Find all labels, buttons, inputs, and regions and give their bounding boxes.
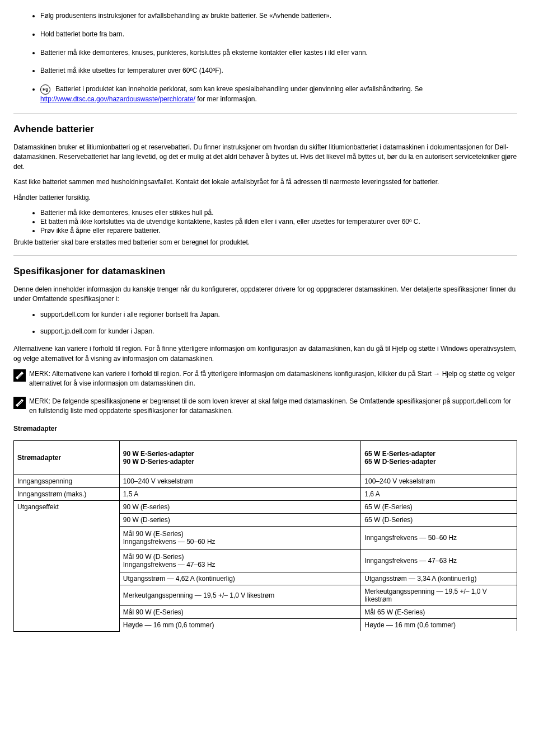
text: 65 W E-Series-adapter xyxy=(364,450,435,458)
text: « xyxy=(269,12,273,20)
link-text: Avhende batterier xyxy=(273,12,326,20)
list-item: Hold batteriet borte fra barn. xyxy=(40,30,517,39)
td: 100–240 V vekselstrøm xyxy=(119,475,361,488)
td: 65 W (E-Series) xyxy=(361,501,517,514)
paragraph: Håndter batterier forsiktig. xyxy=(13,193,517,203)
paragraph: Datamaskinen bruker et litiumionbatteri … xyxy=(13,143,517,172)
table-row: Inngangsstrøm (maks.) 1,5 A 1,6 A xyxy=(14,488,517,501)
text: Prøv ikke å åpne eller reparere batterie… xyxy=(40,227,161,234)
note-icon xyxy=(13,397,26,409)
th: 90 W E-Series-adapter 90 W D-Series-adap… xyxy=(119,441,361,475)
note-text: MERK: Alternativene kan variere i forhol… xyxy=(29,369,517,389)
text: Inngangsfrekvens — 50–60 Hz xyxy=(123,538,216,546)
note-text: MERK: De følgende spesifikasjonene er be… xyxy=(29,397,517,416)
list-item: Et batteri må ikke kortsluttes via de ut… xyxy=(40,217,517,226)
list-item: Hg Batteriet i produktet kan inneholde p… xyxy=(40,84,517,104)
heading-battery-disposal: Avhende batterier xyxy=(13,124,517,135)
perchlorate-link[interactable]: http://www.dtsc.ca.gov/hazardouswaste/pe… xyxy=(40,95,195,103)
paragraph: Denne delen inneholder informasjon du ka… xyxy=(13,285,517,304)
text: Hold batteriet borte fra barn. xyxy=(40,30,124,38)
text: Et batteri må ikke kortsluttes via de ut… xyxy=(40,218,420,226)
td: 90 W (E-series) xyxy=(119,501,361,514)
ac-adapter-table: Strømadapter 90 W E-Series-adapter 90 W … xyxy=(13,440,517,632)
td: Merkeutgangsspenning — 19,5 +/– 1,0 V li… xyxy=(119,585,361,606)
text: support.jp.dell.com for kunder i Japan. xyxy=(40,327,154,335)
text: Følg produsentens instruksjoner for avfa… xyxy=(40,12,269,20)
disposal-sublist: Batterier må ikke demonteres, knuses ell… xyxy=(13,208,517,236)
list-item: Prøv ikke å åpne eller reparere batterie… xyxy=(40,226,517,235)
paragraph: Alternativene kan variere i forhold til … xyxy=(13,344,517,364)
list-item: support.jp.dell.com for kunder i Japan. xyxy=(40,327,517,336)
text: 65 W D-Series-adapter xyxy=(364,458,435,466)
note-icon xyxy=(13,369,26,382)
text: Batteriet må ikke utsettes for temperatu… xyxy=(40,67,223,74)
td: Inngangsfrekvens — 50–60 Hz xyxy=(361,527,517,550)
text: Batterier må ikke demonteres, knuses, pu… xyxy=(40,49,368,57)
divider xyxy=(13,113,517,114)
paragraph: Kast ikke batteriet sammen med husholdni… xyxy=(13,177,517,187)
text: Batteriet i produktet kan inneholde perk… xyxy=(54,85,423,93)
list-item: Batterier må ikke demonteres, knuses, pu… xyxy=(40,48,517,58)
table-header-row: Strømadapter 90 W E-Series-adapter 90 W … xyxy=(14,441,517,475)
text: Strømadapter xyxy=(13,425,57,433)
hg-icon: Hg xyxy=(40,84,50,95)
list-item: support.dell.com for kunder i alle regio… xyxy=(40,310,517,320)
text: Mål 90 W (D-Series) xyxy=(123,553,184,561)
text: Mål 90 W (E-Series) xyxy=(123,530,184,538)
table-row: Inngangsspenning 100–240 V vekselstrøm 1… xyxy=(14,475,517,488)
note-block: MERK: Alternativene kan variere i forhol… xyxy=(13,369,517,389)
table-heading: Strømadapter xyxy=(13,424,517,434)
td: Utgangsstrøm — 4,62 A (kontinuerlig) xyxy=(119,572,361,585)
td: 100–240 V vekselstrøm xyxy=(361,475,517,488)
heading-computer-specs: Spesifikasjoner for datamaskinen xyxy=(13,266,517,277)
td: Utgangseffekt xyxy=(14,501,120,632)
text: support.dell.com for kunder i alle regio… xyxy=(40,311,220,318)
th: Strømadapter xyxy=(14,441,120,475)
text: Inngangsfrekvens — 47–63 Hz xyxy=(123,561,216,569)
td: Mål 90 W (D-Series) Inngangsfrekvens — 4… xyxy=(119,550,361,572)
text: ». xyxy=(326,12,331,20)
list-item: Batterier må ikke demonteres, knuses ell… xyxy=(40,208,517,217)
safety-list: Følg produsentens instruksjoner for avfa… xyxy=(13,11,517,104)
note-block: MERK: De følgende spesifikasjonene er be… xyxy=(13,397,517,416)
td: 90 W (D-series) xyxy=(119,514,361,527)
text: for mer informasjon. xyxy=(195,95,257,103)
td: Mål 65 W (E-Series) xyxy=(361,606,517,619)
td: Inngangsspenning xyxy=(14,475,120,488)
list-item: Følg produsentens instruksjoner for avfa… xyxy=(40,11,517,21)
td: Mål 90 W (E-Series) Inngangsfrekvens — 5… xyxy=(119,527,361,550)
td: Inngangsfrekvens — 47–63 Hz xyxy=(361,550,517,572)
td: Inngangsstrøm (maks.) xyxy=(14,488,120,501)
td: Mål 90 W (E-Series) xyxy=(119,606,361,619)
td: Høyde — 16 mm (0,6 tommer) xyxy=(361,619,517,632)
th: 65 W E-Series-adapter 65 W D-Series-adap… xyxy=(361,441,517,475)
td: Merkeutgangsspenning — 19,5 +/– 1,0 V li… xyxy=(361,585,517,606)
text: Batterier må ikke demonteres, knuses ell… xyxy=(40,209,213,217)
paragraph: Brukte batterier skal bare erstattes med… xyxy=(13,238,517,247)
support-list: support.dell.com for kunder i alle regio… xyxy=(13,310,517,337)
td: 1,5 A xyxy=(119,488,361,501)
td: Utgangsstrøm — 3,34 A (kontinuerlig) xyxy=(361,572,517,585)
td: 65 W (D-Series) xyxy=(361,514,517,527)
td: 1,6 A xyxy=(361,488,517,501)
divider xyxy=(13,255,517,256)
td: Høyde — 16 mm (0,6 tommer) xyxy=(119,619,361,632)
table-row: Utgangseffekt 90 W (E-series) 65 W (E-Se… xyxy=(14,501,517,514)
list-item: Batteriet må ikke utsettes for temperatu… xyxy=(40,66,517,76)
text: 90 W E-Series-adapter xyxy=(123,450,194,458)
text: 90 W D-Series-adapter xyxy=(123,458,194,466)
